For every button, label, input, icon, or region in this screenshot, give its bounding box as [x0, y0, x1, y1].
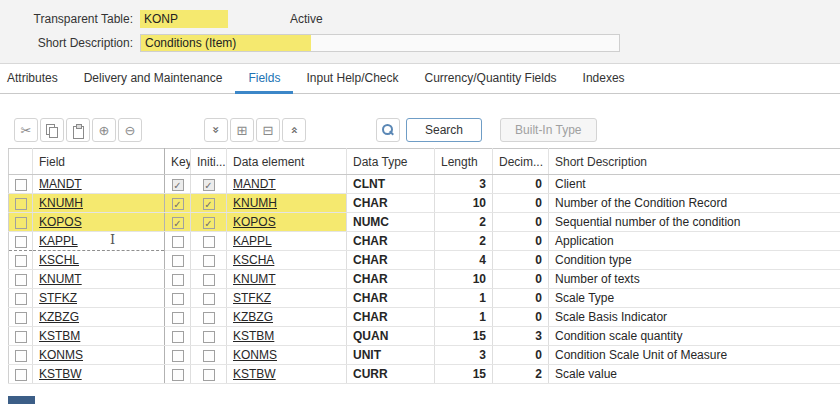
field-link[interactable]: KSTBW: [39, 367, 82, 381]
data-element-link[interactable]: KAPPL: [233, 234, 272, 248]
initial-cell[interactable]: [191, 289, 227, 308]
checkbox[interactable]: [15, 312, 27, 324]
field-link[interactable]: STFKZ: [39, 291, 77, 305]
field-link[interactable]: MANDT: [39, 177, 82, 191]
key-cell[interactable]: [165, 365, 191, 384]
checkbox[interactable]: ✓: [203, 217, 215, 229]
data-element-link[interactable]: STFKZ: [233, 291, 271, 305]
key-cell[interactable]: [165, 251, 191, 270]
select-all-header[interactable]: [9, 149, 33, 175]
data-element-link[interactable]: KOPOS: [233, 215, 276, 229]
checkbox[interactable]: [15, 217, 27, 229]
checkbox[interactable]: [15, 369, 27, 381]
field-link[interactable]: KSCHL: [39, 253, 79, 267]
field-cell[interactable]: KOPOS: [33, 213, 165, 232]
row-select-cell[interactable]: [9, 194, 33, 213]
collapse-all-icon[interactable]: »: [282, 118, 306, 142]
key-cell[interactable]: [165, 232, 191, 251]
delete-line-icon[interactable]: ⊟: [256, 118, 280, 142]
row-select-cell[interactable]: [9, 213, 33, 232]
copy-icon[interactable]: [40, 118, 64, 142]
field-cell[interactable]: KONMS: [33, 346, 165, 365]
tab-fields[interactable]: Fields: [235, 64, 293, 94]
checkbox[interactable]: [172, 350, 184, 362]
checkbox[interactable]: [15, 198, 27, 210]
checkbox[interactable]: [172, 293, 184, 305]
tab-attributes[interactable]: Attributes: [0, 64, 71, 94]
field-link[interactable]: KOPOS: [39, 215, 82, 229]
column-header-decimals[interactable]: Decim...: [493, 149, 549, 175]
field-cell[interactable]: STFKZ: [33, 289, 165, 308]
field-link[interactable]: KNUMH: [39, 196, 83, 210]
field-cell[interactable]: KSTBM: [33, 327, 165, 346]
scrollbar-stub[interactable]: [8, 396, 35, 404]
field-link[interactable]: KZBZG: [39, 310, 79, 324]
data-element-cell[interactable]: KOPOS: [227, 213, 347, 232]
checkbox[interactable]: ✓: [172, 217, 184, 229]
field-link[interactable]: KONMS: [39, 348, 83, 362]
column-header-data-element[interactable]: Data element: [227, 149, 347, 175]
initial-cell[interactable]: ✓: [191, 194, 227, 213]
insert-line-icon[interactable]: ⊞: [230, 118, 254, 142]
checkbox[interactable]: [15, 255, 27, 267]
plus-icon[interactable]: ⊕: [92, 118, 116, 142]
column-header-short-description[interactable]: Short Description: [549, 149, 840, 175]
search-button[interactable]: Search: [406, 118, 482, 142]
data-element-cell[interactable]: KSTBW: [227, 365, 347, 384]
checkbox[interactable]: [172, 312, 184, 324]
column-header-initial[interactable]: Initi...: [191, 149, 227, 175]
row-select-cell[interactable]: [9, 327, 33, 346]
column-header-field[interactable]: Field: [33, 149, 165, 175]
initial-cell[interactable]: [191, 365, 227, 384]
checkbox[interactable]: [15, 293, 27, 305]
checkbox[interactable]: ✓: [172, 179, 184, 191]
checkbox[interactable]: [203, 369, 215, 381]
data-element-cell[interactable]: KZBZG: [227, 308, 347, 327]
checkbox[interactable]: ✓: [203, 179, 215, 191]
data-element-link[interactable]: KNUMT: [233, 272, 276, 286]
column-header-key[interactable]: Key: [165, 149, 191, 175]
tab-input-help-check[interactable]: Input Help/Check: [293, 64, 411, 94]
initial-cell[interactable]: [191, 346, 227, 365]
key-cell[interactable]: ✓: [165, 194, 191, 213]
checkbox[interactable]: [203, 255, 215, 267]
checkbox[interactable]: [15, 331, 27, 343]
checkbox[interactable]: [203, 312, 215, 324]
row-select-cell[interactable]: [9, 289, 33, 308]
tab-delivery-and-maintenance[interactable]: Delivery and Maintenance: [71, 64, 236, 94]
checkbox[interactable]: [172, 255, 184, 267]
checkbox[interactable]: [203, 350, 215, 362]
data-element-link[interactable]: KSTBW: [233, 367, 276, 381]
row-select-cell[interactable]: [9, 251, 33, 270]
field-link[interactable]: KNUMT: [39, 272, 82, 286]
checkbox[interactable]: [172, 369, 184, 381]
minus-icon[interactable]: ⊖: [118, 118, 142, 142]
field-cell[interactable]: KNUMT: [33, 270, 165, 289]
checkbox[interactable]: [172, 236, 184, 248]
checkbox[interactable]: [15, 179, 27, 191]
initial-cell[interactable]: ✓: [191, 213, 227, 232]
checkbox[interactable]: [172, 274, 184, 286]
data-element-cell[interactable]: KNUMH: [227, 194, 347, 213]
checkbox[interactable]: [203, 236, 215, 248]
data-element-link[interactable]: KONMS: [233, 348, 277, 362]
field-cell[interactable]: KSCHL: [33, 251, 165, 270]
initial-cell[interactable]: [191, 232, 227, 251]
initial-cell[interactable]: [191, 251, 227, 270]
data-element-link[interactable]: KSCHA: [233, 253, 274, 267]
key-cell[interactable]: [165, 289, 191, 308]
paste-icon[interactable]: [66, 118, 90, 142]
data-element-cell[interactable]: STFKZ: [227, 289, 347, 308]
tab-indexes[interactable]: Indexes: [570, 64, 638, 94]
key-cell[interactable]: ✓: [165, 175, 191, 194]
data-element-cell[interactable]: KNUMT: [227, 270, 347, 289]
field-link[interactable]: KAPPL: [39, 234, 78, 248]
checkbox[interactable]: [203, 274, 215, 286]
checkbox[interactable]: [15, 274, 27, 286]
key-cell[interactable]: [165, 308, 191, 327]
initial-cell[interactable]: ✓: [191, 175, 227, 194]
initial-cell[interactable]: [191, 308, 227, 327]
row-select-cell[interactable]: [9, 346, 33, 365]
field-cell[interactable]: KAPPL: [33, 232, 165, 251]
checkbox[interactable]: ✓: [203, 198, 215, 210]
